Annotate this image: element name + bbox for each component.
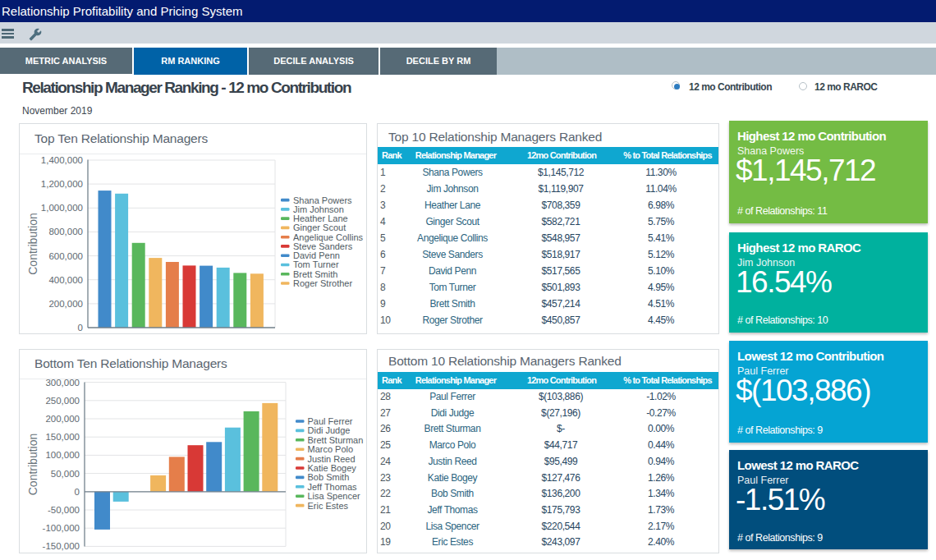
svg-text:600,000: 600,000 [48,251,83,261]
svg-text:Lisa Spencer: Lisa Spencer [308,491,361,501]
svg-text:Jeff Thomas: Jeff Thomas [308,482,358,492]
svg-text:200,000: 200,000 [48,299,83,309]
svg-text:250,000: 250,000 [45,396,80,406]
svg-text:David Penn: David Penn [293,250,340,260]
svg-text:Ginger Scout: Ginger Scout [293,223,346,232]
svg-text:Katie Bogey: Katie Bogey [308,463,357,473]
svg-text:Brett Sturman: Brett Sturman [308,435,364,445]
svg-text:1,000,000: 1,000,000 [41,203,83,213]
svg-text:Shana Powers: Shana Powers [293,195,352,205]
svg-text:Didi Judge: Didi Judge [308,425,351,435]
svg-text:0: 0 [78,323,83,333]
svg-text:200,000: 200,000 [45,414,80,424]
svg-text:50,000: 50,000 [51,469,80,479]
svg-text:Paul Ferrer: Paul Ferrer [308,416,353,426]
svg-text:Brett Smith: Brett Smith [293,269,337,279]
svg-text:-150,000: -150,000 [43,541,80,551]
svg-text:1,400,000: 1,400,000 [41,155,83,165]
svg-text:Contribution: Contribution [26,213,39,275]
svg-text:0: 0 [75,487,80,497]
svg-text:Eric Estes: Eric Estes [308,501,349,511]
svg-text:Steve Sanders: Steve Sanders [293,241,353,251]
svg-text:1,200,000: 1,200,000 [41,179,83,189]
svg-text:300,000: 300,000 [45,378,80,388]
svg-text:Justin Reed: Justin Reed [308,454,356,464]
svg-text:-50,000: -50,000 [48,505,80,515]
svg-text:100,000: 100,000 [45,450,80,460]
svg-text:-100,000: -100,000 [43,523,80,533]
svg-text:Contribution: Contribution [26,434,39,496]
svg-text:Jim Johnson: Jim Johnson [293,204,344,214]
svg-text:Marco Polo: Marco Polo [308,444,354,454]
svg-text:Bob Smith: Bob Smith [308,472,350,482]
svg-text:Roger Strother: Roger Strother [293,278,352,288]
svg-text:Heather Lane: Heather Lane [293,213,348,223]
svg-text:Tom Turner: Tom Turner [293,259,339,269]
svg-text:400,000: 400,000 [48,275,83,285]
svg-text:800,000: 800,000 [48,227,83,236]
svg-text:150,000: 150,000 [45,432,80,442]
svg-text:Angelique Collins: Angelique Collins [293,232,363,242]
